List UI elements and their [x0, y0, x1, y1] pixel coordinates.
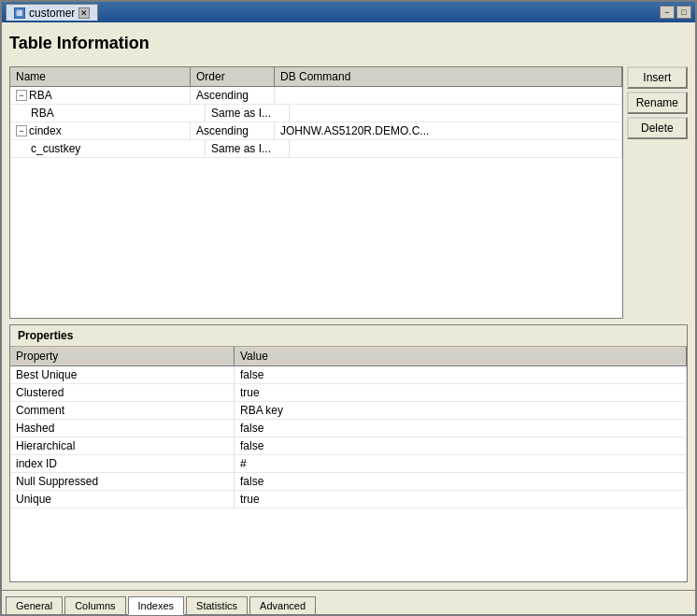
table-row[interactable]: − RBA Ascending [10, 87, 622, 105]
cell-name-1: RBA [25, 105, 206, 122]
prop-val-0: false [235, 366, 687, 383]
properties-title: Properties [10, 325, 687, 347]
prop-row[interactable]: Hashed false [10, 420, 687, 437]
rename-button[interactable]: Rename [627, 92, 688, 114]
prop-name-2: Comment [10, 402, 235, 419]
prop-val-2: RBA key [235, 402, 687, 419]
tab-advanced[interactable]: Advanced [249, 596, 316, 614]
prop-name-6: Null Suppressed [10, 473, 235, 490]
tab-area: ▦ customer ✕ [6, 4, 98, 21]
prop-row[interactable]: Hierarchical false [10, 437, 687, 455]
col-header-order: Order [191, 67, 275, 86]
action-buttons: Insert Rename Delete [627, 66, 688, 319]
tab-columns[interactable]: Columns [64, 596, 125, 614]
prop-val-5: # [235, 455, 687, 472]
expand-icon-2[interactable]: − [16, 125, 27, 136]
cell-order-3: Same as I... [206, 140, 290, 157]
prop-name-7: Unique [10, 491, 235, 508]
title-buttons: − □ [660, 6, 691, 19]
index-table: Name Order DB Command − RBA Ascending [9, 66, 623, 319]
col-header-name: Name [10, 67, 191, 86]
prop-val-6: false [235, 473, 687, 490]
val-col-header: Value [235, 347, 687, 365]
titlebar: ▦ customer ✕ − □ [2, 2, 695, 22]
cell-cmd-2: JOHNW.AS5120R.DEMO.C... [275, 122, 622, 139]
col-header-cmd: DB Command [275, 67, 622, 86]
tab-general[interactable]: General [6, 596, 63, 614]
prop-name-4: Hierarchical [10, 437, 235, 454]
prop-name-0: Best Unique [10, 366, 235, 383]
prop-val-1: true [235, 384, 687, 401]
cell-cmd-3 [290, 140, 622, 157]
cell-name-0: − RBA [10, 87, 191, 104]
insert-button[interactable]: Insert [627, 66, 688, 89]
tab-label: customer [29, 7, 75, 20]
prop-val-7: true [235, 491, 687, 508]
minimize-button[interactable]: − [660, 6, 675, 19]
prop-col-header: Property [10, 347, 235, 365]
prop-row[interactable]: index ID # [10, 455, 687, 473]
top-section: Name Order DB Command − RBA Ascending [9, 66, 688, 319]
tab-statistics[interactable]: Statistics [186, 596, 248, 614]
expand-icon-0[interactable]: − [16, 90, 27, 101]
cell-name-2: − cindex [10, 122, 191, 139]
properties-table: Property Value Best Unique false Cluster… [10, 347, 687, 581]
props-body: Best Unique false Clustered true Comment… [10, 366, 687, 581]
table-row[interactable]: RBA Same as I... [10, 105, 622, 122]
table-icon: ▦ [14, 7, 25, 19]
prop-row[interactable]: Comment RBA key [10, 402, 687, 420]
table-row[interactable]: − cindex Ascending JOHNW.AS5120R.DEMO.C.… [10, 122, 622, 140]
prop-row[interactable]: Null Suppressed false [10, 473, 687, 491]
properties-section: Properties Property Value Best Unique fa… [9, 324, 688, 582]
tab-close-button[interactable]: ✕ [78, 7, 90, 19]
cell-cmd-1 [290, 105, 622, 122]
table-header: Name Order DB Command [10, 67, 622, 87]
table-body: − RBA Ascending RBA Same as I... [10, 87, 622, 318]
prop-val-4: false [235, 437, 687, 454]
cell-order-1: Same as I... [206, 105, 290, 122]
main-window: ▦ customer ✕ − □ Table Information Name … [0, 0, 697, 616]
tab-indexes[interactable]: Indexes [128, 596, 185, 615]
cell-name-3: c_custkey [25, 140, 206, 157]
cell-order-0: Ascending [191, 87, 275, 104]
props-header: Property Value [10, 347, 687, 366]
prop-row[interactable]: Clustered true [10, 384, 687, 402]
cell-cmd-0 [275, 87, 622, 104]
table-row[interactable]: c_custkey Same as I... [10, 140, 622, 158]
prop-name-3: Hashed [10, 420, 235, 437]
page-title: Table Information [9, 30, 688, 61]
tab-customer[interactable]: ▦ customer ✕ [6, 4, 98, 21]
cell-order-2: Ascending [191, 122, 275, 139]
content-area: Table Information Name Order DB Command … [2, 22, 695, 590]
delete-button[interactable]: Delete [627, 117, 688, 139]
maximize-button[interactable]: □ [676, 6, 691, 19]
prop-name-1: Clustered [10, 384, 235, 401]
prop-name-5: index ID [10, 455, 235, 472]
prop-row[interactable]: Best Unique false [10, 366, 687, 384]
bottom-tabs: General Columns Indexes Statistics Advan… [2, 590, 695, 614]
prop-val-3: false [235, 420, 687, 437]
prop-row[interactable]: Unique true [10, 491, 687, 509]
